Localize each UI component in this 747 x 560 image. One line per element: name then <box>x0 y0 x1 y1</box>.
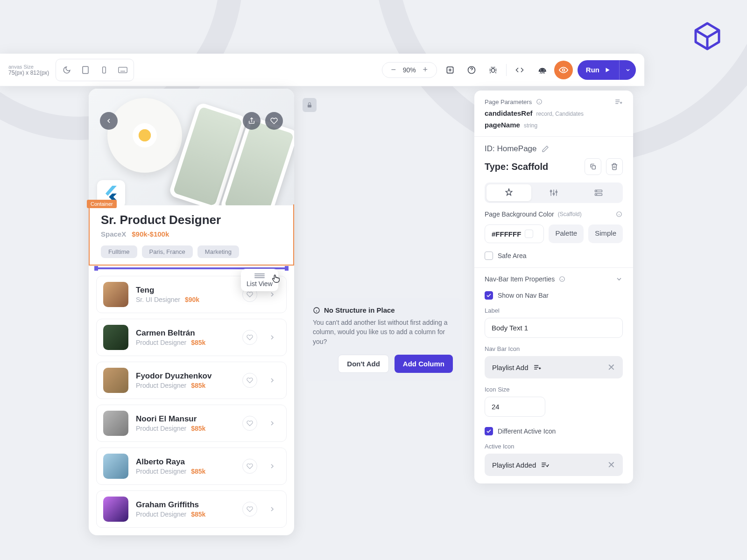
job-tag: Marketing <box>197 245 239 258</box>
copy-icon[interactable] <box>585 158 601 175</box>
cursor-hand-icon <box>271 273 281 284</box>
job-tag: Fulltime <box>101 245 137 258</box>
svg-rect-12 <box>491 68 494 72</box>
svg-point-16 <box>562 69 564 71</box>
keyboard-icon[interactable] <box>114 61 132 79</box>
tab-style[interactable] <box>486 184 531 201</box>
chevron-right-icon[interactable] <box>265 373 280 388</box>
svg-rect-0 <box>83 66 88 73</box>
run-button-group: Run <box>578 60 636 80</box>
back-icon[interactable] <box>100 112 118 130</box>
run-dropdown-button[interactable] <box>619 60 636 80</box>
structure-dialog: No Structure in Place You can't add anot… <box>303 298 462 381</box>
help-icon[interactable] <box>463 62 480 78</box>
avatar <box>103 282 128 307</box>
favorite-icon[interactable] <box>242 373 257 388</box>
different-active-icon-checkbox[interactable] <box>485 427 493 435</box>
add-parameter-icon[interactable] <box>614 98 623 105</box>
avatar <box>103 454 128 479</box>
icon-size-title: Icon Size <box>485 386 623 393</box>
panel-tabs <box>485 182 623 203</box>
favorite-icon[interactable] <box>242 502 257 517</box>
bg-color-label: Page Background Color <box>485 210 554 218</box>
show-navbar-checkbox[interactable] <box>485 291 493 300</box>
bug-icon[interactable] <box>485 62 501 78</box>
safe-area-checkbox[interactable] <box>485 252 493 260</box>
dont-add-button[interactable]: Don't Add <box>338 355 389 373</box>
salary-range: $90k-$100k <box>132 230 169 238</box>
chevron-right-icon[interactable] <box>265 416 280 431</box>
code-icon[interactable] <box>511 62 528 78</box>
phone-preview[interactable]: Container Sr. Product Designer SpaceX $9… <box>89 89 294 535</box>
chevron-right-icon[interactable] <box>265 502 280 517</box>
run-button[interactable]: Run <box>578 66 619 74</box>
zoom-in-button[interactable]: + <box>421 65 430 75</box>
dark-mode-icon[interactable] <box>58 61 76 79</box>
zoom-out-button[interactable]: − <box>389 65 398 75</box>
page-type: Type: Scaffold <box>485 161 548 172</box>
phone-icon[interactable] <box>95 61 113 79</box>
toolbar: anvas Size 75(px) x 812(px) − 90% + APK <box>0 54 644 86</box>
label-input[interactable] <box>485 318 623 338</box>
job-header-container[interactable]: Sr. Product Designer SpaceX $90k-$100k F… <box>89 204 294 266</box>
svg-point-13 <box>540 70 541 70</box>
favorite-icon[interactable] <box>242 416 257 431</box>
brand-logo <box>686 14 728 56</box>
playlist-added-icon <box>541 462 549 468</box>
svg-point-39 <box>596 191 597 191</box>
canvas-area: Container Sr. Product Designer SpaceX $9… <box>89 89 294 535</box>
color-hex-input[interactable]: #FFFFFF <box>485 224 544 243</box>
candidate-card[interactable]: Carmen BeltránProduct Designer$85k <box>96 319 287 356</box>
drag-handle-icon <box>254 273 265 278</box>
navbar-icon-picker[interactable]: Playlist Add ✕ <box>485 356 623 378</box>
clear-icon[interactable]: ✕ <box>607 459 615 470</box>
svg-rect-4 <box>119 67 127 73</box>
simple-button[interactable]: Simple <box>588 224 623 243</box>
favorite-icon[interactable] <box>242 459 257 474</box>
job-title: Sr. Product Designer <box>101 213 282 227</box>
chevron-down-icon[interactable] <box>615 275 623 283</box>
favorite-icon[interactable] <box>242 330 257 345</box>
tablet-icon[interactable] <box>77 61 94 79</box>
device-buttons <box>56 59 134 81</box>
svg-text:APK: APK <box>540 71 545 74</box>
preview-button[interactable] <box>554 61 573 79</box>
lock-icon[interactable] <box>303 98 317 112</box>
candidate-card[interactable]: Fyodor DyuzhenkovProduct Designer$85k <box>96 362 287 399</box>
svg-rect-18 <box>308 105 311 107</box>
chevron-right-icon[interactable] <box>265 459 280 474</box>
zoom-control: − 90% + <box>382 62 437 78</box>
parameter-row[interactable]: pageName string <box>485 121 623 129</box>
tab-data[interactable] <box>576 184 621 201</box>
apk-icon[interactable]: APK <box>533 62 550 78</box>
canvas-size-display: anvas Size 75(px) x 812(px) <box>8 64 49 76</box>
candidate-card[interactable]: Alberto RayaProduct Designer$85k <box>96 448 287 485</box>
svg-point-40 <box>596 194 597 195</box>
export-icon[interactable] <box>442 62 458 78</box>
chevron-right-icon[interactable] <box>265 330 280 345</box>
info-icon[interactable] <box>615 210 623 218</box>
delete-icon[interactable] <box>606 158 623 175</box>
share-icon[interactable] <box>243 112 261 130</box>
container-tag: Container <box>87 200 117 208</box>
candidate-card[interactable]: Graham GriffithsProduct Designer$85k <box>96 490 287 528</box>
info-icon[interactable] <box>558 275 566 283</box>
svg-rect-30 <box>592 166 595 169</box>
tab-settings[interactable] <box>531 184 576 201</box>
color-swatch <box>525 230 533 238</box>
palette-button[interactable]: Palette <box>549 224 584 243</box>
avatar <box>103 497 128 522</box>
parameter-row[interactable]: candidatesRef record, Candidates <box>485 109 623 117</box>
candidate-card[interactable]: Noori El MansurProduct Designer$85k <box>96 405 287 442</box>
info-icon <box>313 307 320 314</box>
edit-icon[interactable] <box>542 145 549 153</box>
icon-size-input[interactable] <box>485 397 545 417</box>
listview-drag-tooltip[interactable]: List View <box>241 269 278 291</box>
heart-icon[interactable] <box>265 112 283 130</box>
clear-icon[interactable]: ✕ <box>607 362 615 373</box>
info-icon[interactable] <box>536 98 543 105</box>
active-icon-picker[interactable]: Playlist Added ✕ <box>485 454 623 476</box>
svg-rect-2 <box>103 67 106 73</box>
properties-panel: Page Parameters candidatesRef record, Ca… <box>474 91 633 483</box>
add-column-button[interactable]: Add Column <box>395 355 453 373</box>
